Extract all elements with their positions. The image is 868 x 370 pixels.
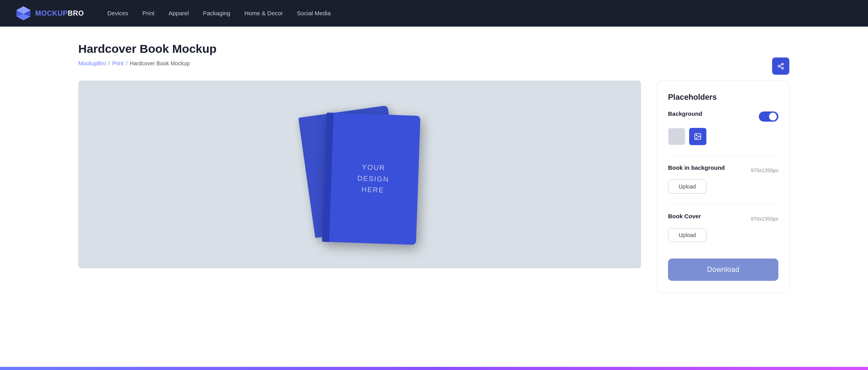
main-area: YOUR DESIGN HERE Placeholders B: [78, 81, 790, 293]
nav-menu: Devices Print Apparel Packaging Home & D…: [108, 10, 331, 17]
brand-name: MOCKUPBRO: [35, 9, 84, 18]
nav-print[interactable]: Print: [142, 10, 155, 16]
background-options: [668, 128, 778, 145]
preview-area: YOUR DESIGN HERE: [78, 81, 641, 268]
book-bg-upload-button[interactable]: Upload: [668, 180, 706, 194]
svg-line-7: [780, 66, 782, 68]
breadcrumb-home[interactable]: MockupBro: [78, 60, 106, 66]
background-toggle[interactable]: [759, 111, 778, 122]
book-bg-size: 970x1350px: [751, 167, 778, 173]
bottom-strip: [0, 367, 868, 370]
nav-social-media[interactable]: Social Media: [297, 10, 331, 16]
svg-line-8: [780, 65, 782, 66]
nav-apparel[interactable]: Apparel: [169, 10, 189, 16]
background-label: Background: [668, 110, 702, 117]
book-bg-header: Book in background 970x1350px: [668, 164, 778, 176]
book-cover-label: Book Cover: [668, 213, 701, 219]
background-section-header: Background: [668, 110, 778, 122]
breadcrumb-sep2: /: [126, 60, 128, 66]
toggle-knob: [769, 113, 777, 120]
breadcrumb-section[interactable]: Print: [112, 60, 124, 66]
nav-packaging[interactable]: Packaging: [203, 10, 230, 16]
book-cover-header: Book Cover 970x1350px: [668, 213, 778, 225]
svg-point-10: [696, 135, 697, 136]
sidebar-panel: Placeholders Background: [657, 81, 790, 293]
bg-image-option[interactable]: [689, 128, 706, 145]
toggle-slider: [759, 111, 778, 122]
breadcrumb-sep1: /: [108, 60, 110, 66]
divider-1: [668, 155, 778, 156]
image-icon: [694, 133, 702, 140]
book-cover-upload-button[interactable]: Upload: [668, 228, 706, 242]
download-button[interactable]: Download: [668, 259, 778, 281]
page-content: Hardcover Book Mockup MockupBro / Print …: [0, 27, 868, 316]
book-design-text: YOUR DESIGN HERE: [357, 162, 390, 196]
book-front: YOUR DESIGN HERE: [322, 113, 420, 245]
breadcrumb-current: Hardcover Book Mockup: [130, 60, 189, 66]
book-bg-label: Book in background: [668, 164, 725, 171]
breadcrumb: MockupBro / Print / Hardcover Book Mocku…: [78, 60, 790, 66]
placeholders-title: Placeholders: [668, 93, 778, 102]
book-scene: YOUR DESIGN HERE: [78, 81, 641, 268]
logo-icon: [16, 5, 31, 21]
bg-color-option[interactable]: [668, 128, 685, 145]
nav-home-decor[interactable]: Home & Decor: [244, 10, 283, 16]
divider-2: [668, 204, 778, 204]
navbar: MOCKUPBRO Devices Print Apparel Packagin…: [0, 0, 868, 27]
book-cover-size: 970x1350px: [751, 216, 778, 222]
share-button[interactable]: [772, 57, 789, 75]
nav-devices[interactable]: Devices: [108, 10, 128, 16]
page-title: Hardcover Book Mockup: [78, 42, 790, 56]
logo[interactable]: MOCKUPBRO: [16, 5, 84, 21]
share-icon: [777, 63, 784, 70]
